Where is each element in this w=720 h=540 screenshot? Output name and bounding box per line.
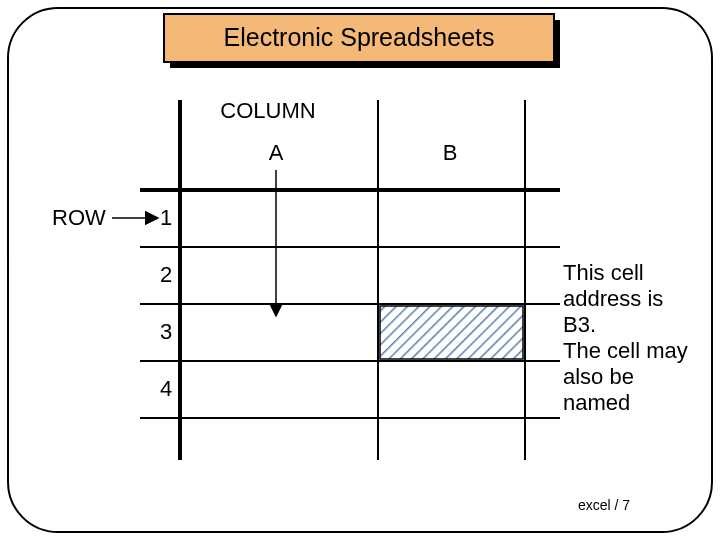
col-a-label: A <box>269 140 284 165</box>
svg-text:The cell may: The cell may <box>563 338 688 363</box>
row-3-label: 3 <box>160 319 172 344</box>
svg-text:This cell: This cell <box>563 260 644 285</box>
title-box: Electronic Spreadsheets <box>164 14 560 68</box>
svg-text:also be: also be <box>563 364 634 389</box>
footer-text: excel / 7 <box>578 497 630 513</box>
svg-text:B3.: B3. <box>563 312 596 337</box>
row-2-label: 2 <box>160 262 172 287</box>
row-1-label: 1 <box>160 205 172 230</box>
col-b-label: B <box>443 140 458 165</box>
svg-text:named: named <box>563 390 630 415</box>
row-label: ROW <box>52 205 106 230</box>
row-4-label: 4 <box>160 376 172 401</box>
cell-b3-highlight <box>380 306 523 359</box>
svg-text:address is: address is <box>563 286 663 311</box>
title-text: Electronic Spreadsheets <box>224 23 495 51</box>
column-label: COLUMN <box>220 98 315 123</box>
